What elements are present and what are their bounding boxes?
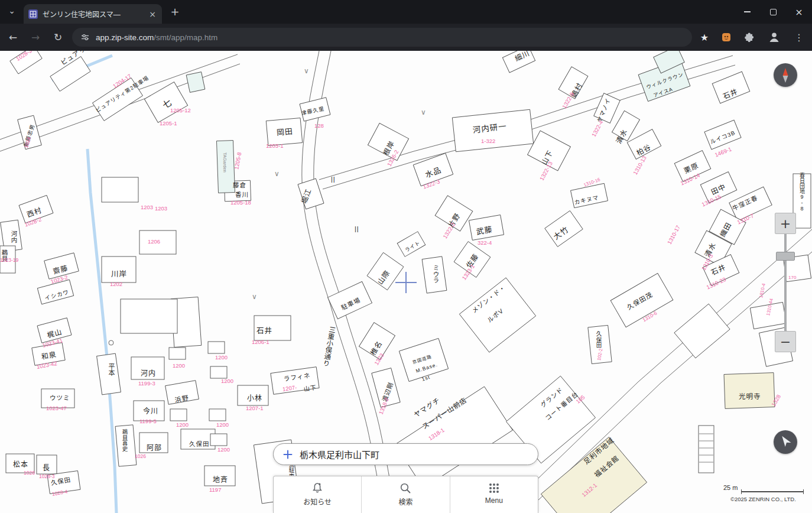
maximize-button[interactable]	[760, 0, 786, 24]
url-host: app.zip-site.com	[96, 33, 154, 42]
navigation-arrow-icon	[774, 430, 797, 454]
map-label: ∨	[304, 67, 309, 74]
map-search-text: 栃木県足利市山下町	[300, 448, 379, 460]
browser-tab[interactable]: ゼンリン住宅地図スマ— ×	[24, 4, 162, 24]
tab-close-icon[interactable]: ×	[148, 9, 157, 19]
map-label: 1310-44	[766, 298, 774, 316]
bookmark-star-icon[interactable]: ★	[700, 32, 709, 43]
map-label: 津藤久里	[301, 106, 325, 116]
new-tab-button[interactable]: +	[168, 5, 182, 20]
map-label: 1199-5	[139, 418, 157, 424]
map-label: 小林	[247, 395, 262, 402]
map-label: 1322-9	[561, 92, 575, 109]
nav-menu-button[interactable]: Menu	[450, 476, 538, 513]
map-label: 102-2	[597, 348, 603, 361]
map-label: 1026	[135, 454, 146, 459]
tab-list-chevron-icon[interactable]: ⌄	[5, 6, 19, 18]
map-label: 1200	[173, 363, 185, 369]
reload-button[interactable]: ↻	[48, 28, 67, 47]
window-controls: ×	[734, 0, 812, 24]
zoom-slider-handle[interactable]	[776, 252, 795, 261]
nav-search-label: 検索	[398, 496, 413, 506]
map-label: 鵜貝喜史	[122, 429, 128, 452]
map-label: 久保田	[189, 441, 210, 447]
nav-notifications-label: お知らせ	[303, 496, 332, 506]
map-label: 水品	[424, 166, 443, 179]
map-label: ウツミ	[50, 395, 70, 401]
map-label: 1322-13	[539, 161, 554, 181]
map-label: 地斉	[213, 476, 228, 483]
site-settings-icon[interactable]	[80, 33, 90, 42]
map-label: 石井	[256, 327, 272, 335]
map-label: ルイコ3B	[709, 129, 736, 145]
map-search-box[interactable]: 栃木県足利市山下町	[273, 443, 538, 465]
map-label: 今川	[143, 408, 158, 415]
minimize-button[interactable]	[734, 0, 760, 24]
map-label: 1200	[176, 422, 189, 428]
map-label: 長	[43, 465, 50, 472]
map-label: ||	[355, 226, 359, 232]
map-label: 平本	[108, 363, 114, 376]
map-label: 山際	[376, 269, 391, 285]
map-label: 1202	[110, 281, 122, 287]
back-button[interactable]: ←	[4, 28, 22, 47]
extension-icon[interactable]	[722, 33, 731, 42]
zoom-out-button[interactable]: −	[775, 331, 796, 352]
map-label: 1028-3	[15, 51, 33, 62]
map-label: 1206	[148, 239, 160, 245]
map-label: 和泉	[41, 351, 57, 361]
profile-avatar-icon[interactable]	[767, 30, 781, 44]
map-label: 河内	[141, 370, 156, 377]
nav-search-button[interactable]: 検索	[361, 476, 449, 513]
map-label: 1197	[209, 487, 221, 493]
omnibox[interactable]: app.zip-site.com/smt/app/map.htm	[72, 28, 692, 47]
map-label: 1023-19	[0, 258, 18, 263]
map-label: 1469-1	[714, 146, 732, 158]
map-label: 藤倉	[233, 182, 246, 189]
map-label: 1023-47	[46, 405, 67, 411]
map-label: ピュアリティ	[60, 51, 99, 66]
map-label: 1318-2	[378, 397, 390, 415]
map-label: 1203	[155, 206, 167, 212]
map-label: 1199-3	[138, 381, 155, 387]
grid-icon	[486, 481, 502, 495]
map-label: 光明寺	[739, 394, 761, 401]
map-label: 1318-1	[427, 427, 445, 441]
map-label: 1310-14	[680, 173, 701, 186]
map-label: 山下	[303, 385, 317, 392]
nav-notifications-button[interactable]: お知らせ	[274, 476, 361, 513]
extensions-puzzle-icon[interactable]	[744, 33, 754, 43]
map-label: 1207-	[282, 385, 297, 392]
map-label: アイスA	[653, 86, 674, 98]
map-label: 河内	[11, 230, 17, 243]
map-label: 1310-13	[632, 155, 648, 176]
scale-label: 25 m	[723, 484, 738, 491]
map-label: 清水	[615, 128, 629, 145]
map-label: 1322-4	[591, 119, 604, 138]
map-label: 1023-41	[42, 337, 63, 348]
map-label: M.Base.	[415, 362, 439, 374]
compass-button[interactable]	[774, 63, 797, 87]
zoom-slider[interactable]	[784, 234, 787, 331]
menu-kebab-icon[interactable]: ⋮	[794, 32, 804, 43]
map-label: 岡田	[276, 128, 293, 137]
zoom-in-button[interactable]: +	[775, 213, 796, 234]
map-label: 1205-18	[230, 200, 251, 206]
map-label: 三重小俣通り	[321, 326, 335, 367]
map-label: ∨	[421, 109, 426, 116]
locate-button[interactable]	[774, 430, 797, 454]
map-label: 1028-3	[39, 474, 54, 479]
map-label: ∨	[252, 293, 257, 300]
tab-title: ゼンリン住宅地図スマ—	[43, 9, 148, 19]
map-label: 1323-1	[461, 264, 476, 281]
map-label: 1203-1	[266, 143, 284, 149]
window-close-button[interactable]: ×	[786, 0, 812, 24]
map-label: 駐車場	[340, 297, 362, 311]
screen: { "browser": { "tab_title": "ゼンリン住宅地図スマ—…	[0, 0, 812, 513]
map-label: 1205-8	[233, 152, 242, 170]
map-label: 松本	[13, 461, 28, 468]
map-label: ルボV	[486, 307, 505, 323]
map-label: 1200	[221, 378, 233, 384]
map-label: 1028-4	[51, 489, 68, 496]
map-label: 堀江	[300, 188, 312, 205]
